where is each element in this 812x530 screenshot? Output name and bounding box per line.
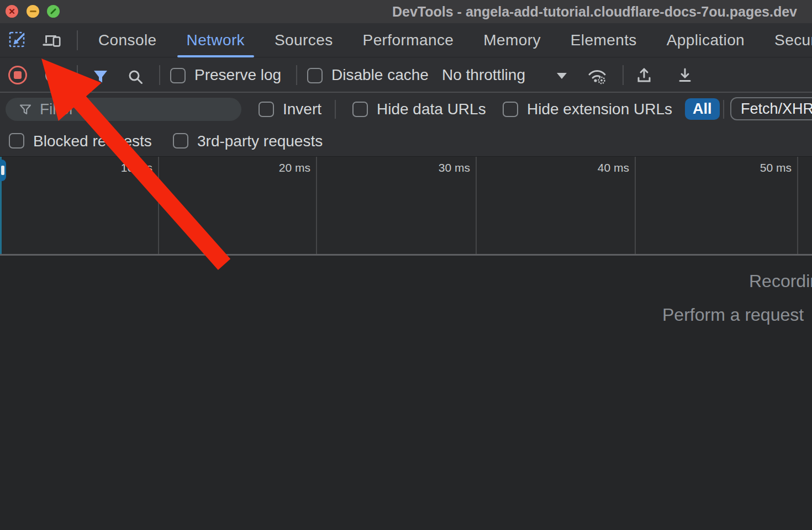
toggle-device-toolbar-button[interactable]: [42, 30, 62, 50]
tab-console[interactable]: Console: [98, 23, 157, 57]
network-toolbar: Preserve log Disable cache No throttling: [0, 57, 812, 93]
devtools-tabbar: ConsoleNetworkSourcesPerformanceMemoryEl…: [0, 23, 812, 57]
timeline-tick-label: 20 ms: [233, 161, 310, 174]
devtools-window: ✕ DevTools - angela-add-tutorial.cloudfl…: [0, 0, 812, 530]
filter-input-container[interactable]: [6, 98, 241, 121]
funnel-icon: [92, 68, 109, 85]
tab-sources[interactable]: Sources: [275, 23, 333, 57]
search-button[interactable]: [125, 67, 145, 87]
filter-row: Invert Hide data URLs Hide extension URL…: [0, 93, 812, 126]
request-type-all-chip[interactable]: All: [685, 98, 720, 120]
timeline-gridline: [158, 157, 159, 254]
stop-recording-button[interactable]: [8, 66, 27, 84]
request-type-fetch-xhr-chip[interactable]: Fetch/XHR: [730, 97, 812, 120]
filter-input[interactable]: [40, 100, 241, 118]
filter-separator: [723, 100, 724, 119]
import-har-button[interactable]: [634, 65, 654, 85]
invert-label: Invert: [283, 93, 321, 126]
panel-tabs: ConsoleNetworkSourcesPerformanceMemoryEl…: [98, 23, 812, 57]
titlebar: ✕ DevTools - angela-add-tutorial.cloudfl…: [0, 0, 812, 23]
inspect-element-button[interactable]: [8, 30, 28, 50]
record-icon: [14, 71, 22, 79]
timeline-gridline: [476, 157, 477, 254]
tab-security[interactable]: Security: [774, 23, 812, 57]
filter-toggle-button[interactable]: [91, 67, 110, 87]
timeline-tick-label: 40 ms: [552, 161, 629, 174]
disable-cache-checkbox[interactable]: [307, 68, 323, 83]
chevron-down-icon[interactable]: [557, 73, 567, 79]
toolbar-separator: [296, 65, 297, 85]
download-icon: [675, 65, 695, 85]
hide-extension-urls-label: Hide extension URLs: [527, 93, 672, 126]
requests-empty-area: Recording Perform a request: [0, 256, 812, 507]
funnel-outline-icon: [19, 103, 32, 116]
timeline-gridline: [635, 157, 636, 254]
disable-cache-label: Disable cache: [331, 57, 429, 93]
preserve-log-label: Preserve log: [194, 57, 281, 93]
hide-data-urls-label: Hide data URLs: [377, 93, 486, 126]
hide-extension-urls-checkbox[interactable]: [503, 102, 518, 117]
tab-performance[interactable]: Performance: [363, 23, 454, 57]
toolbar-separator: [623, 65, 624, 85]
timeline-tick-label: 30 ms: [393, 161, 470, 174]
invert-checkbox[interactable]: [259, 102, 274, 117]
toolbar-separator: [77, 65, 78, 85]
search-icon: [127, 68, 144, 85]
close-icon: ✕: [8, 7, 15, 15]
window-title: DevTools - angela-add-tutorial.cloudflar…: [392, 4, 797, 20]
inspect-cursor-icon: [8, 30, 28, 50]
tab-network[interactable]: Network: [187, 23, 245, 57]
close-window-button[interactable]: ✕: [6, 5, 18, 18]
zoom-icon: [50, 8, 56, 14]
timeline-gridline: [316, 157, 317, 254]
wifi-gear-icon: [586, 64, 609, 87]
tab-memory[interactable]: Memory: [483, 23, 541, 57]
network-overview-timeline[interactable]: 10 ms20 ms30 ms40 ms50 ms: [0, 156, 812, 256]
recording-hint-text: Recording: [749, 271, 812, 292]
device-toolbar-icon: [42, 30, 62, 50]
throttling-select[interactable]: No throttling: [442, 57, 525, 93]
export-har-button[interactable]: [675, 65, 695, 85]
toolbar-separator: [159, 65, 160, 85]
filter-separator: [335, 100, 336, 119]
preserve-log-checkbox[interactable]: [170, 68, 186, 83]
timeline-gridline: [797, 157, 798, 254]
timeline-tick-label: 10 ms: [75, 161, 152, 174]
minimize-window-button[interactable]: [27, 5, 39, 18]
blocked-requests-label: Blocked requests: [33, 126, 152, 156]
more-filters-row: Blocked requests 3rd-party requests: [0, 126, 812, 156]
perform-request-hint-text: Perform a request: [662, 305, 804, 325]
overview-drag-handle[interactable]: [0, 160, 6, 181]
third-party-requests-checkbox[interactable]: [173, 133, 188, 149]
tabbar-separator: [77, 30, 78, 50]
minimize-icon: [30, 10, 36, 12]
upload-icon: [634, 65, 654, 85]
timeline-tick-label: 50 ms: [714, 161, 792, 174]
network-conditions-button[interactable]: [586, 64, 609, 87]
tab-elements[interactable]: Elements: [571, 23, 637, 57]
third-party-requests-label: 3rd-party requests: [197, 126, 323, 156]
clear-network-log-button[interactable]: [45, 68, 60, 83]
hide-data-urls-checkbox[interactable]: [352, 102, 368, 117]
zoom-window-button[interactable]: [47, 5, 60, 18]
tab-application[interactable]: Application: [667, 23, 745, 57]
blocked-requests-checkbox[interactable]: [9, 133, 24, 149]
